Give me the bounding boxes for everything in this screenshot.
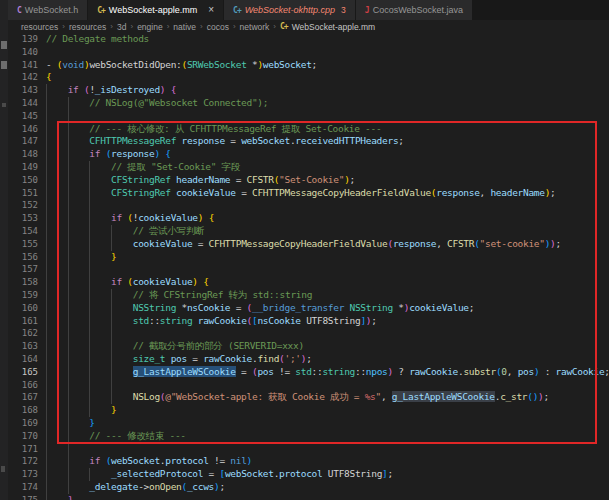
code-line[interactable]: 144 // NSLog(@"Websocket Connected"); [8, 97, 609, 110]
tab-websocket-h[interactable]: CWebSocket.h [8, 0, 88, 20]
indent-guide [46, 468, 47, 481]
code-token: headerName [176, 174, 230, 185]
code-line[interactable]: 147 CFHTTPMessageRef response = webSocke… [8, 135, 609, 148]
code-token: - [46, 59, 57, 70]
indent-guide [89, 468, 90, 481]
code-line[interactable]: 146 // --- 核心修改: 从 CFHTTPMessageRef 提取 S… [8, 123, 609, 136]
indent-guide [111, 340, 112, 353]
code-line-text: _delegate->onOpen(_ccws); [38, 481, 225, 494]
code-token: = [230, 302, 246, 313]
line-number: 144 [8, 97, 38, 110]
code-line[interactable]: 156 } [8, 251, 609, 264]
indent-guide [68, 110, 69, 123]
code-token: // 尝试小写判断 [46, 225, 204, 236]
tab-cocoswebsocket-java[interactable]: JCocosWebSocket.java [356, 0, 473, 20]
indent-guide [89, 289, 90, 302]
code-token: ';' [285, 353, 301, 364]
tab-websocket-okhttp-cpp[interactable]: C+WebSocket-okhttp.cpp3 [224, 0, 356, 20]
code-line[interactable]: 157 [8, 263, 609, 276]
code-line[interactable]: 141- (void)webSocketDidOpen:(SRWebSocket… [8, 59, 609, 72]
indent-guide [68, 327, 69, 340]
code-line[interactable]: 159 // 将 CFStringRef 转为 std::string [8, 289, 609, 302]
code-token [46, 276, 111, 287]
breadcrumb-item[interactable]: resources [21, 22, 58, 32]
breadcrumb-item[interactable]: engine [137, 22, 163, 32]
code-line[interactable]: 150 CFStringRef headerName = CFSTR("Set-… [8, 174, 609, 187]
line-number: 139 [8, 33, 38, 46]
breadcrumb-item[interactable]: cocos [207, 22, 229, 32]
code-token: headerName [490, 187, 544, 198]
code-line[interactable]: 152 [8, 199, 609, 212]
line-number: 173 [8, 468, 38, 481]
code-line[interactable]: 140 [8, 46, 609, 59]
code-line[interactable]: 145 [8, 110, 609, 123]
code-line-text: // --- 核心修改: 从 CFHTTPMessageRef 提取 Set-C… [38, 123, 381, 136]
code-line-text: } [38, 494, 73, 500]
code-line[interactable]: 163 // 截取分号前的部分 (SERVERID=xxx) [8, 340, 609, 353]
code-line[interactable]: 173 _selectedProtocol = [webSocket.proto… [8, 468, 609, 481]
code-line[interactable]: 165 g_LastAppleWSCookie = (pos != std::s… [8, 366, 609, 379]
breadcrumb-item[interactable]: network [240, 22, 270, 32]
code-line[interactable]: 161 std::string rawCookie([nsCookie UTF8… [8, 315, 609, 328]
code-line[interactable]: 172 if (webSocket.protocol != nil) [8, 455, 609, 468]
code-line[interactable]: 171 [8, 443, 609, 456]
code-line-text [38, 110, 46, 123]
code-line[interactable]: 164 size_t pos = rawCookie.find(';'); [8, 353, 609, 366]
code-token: std [295, 366, 311, 377]
tab-close-icon[interactable]: × [208, 5, 214, 15]
code-line[interactable]: 142{ [8, 71, 609, 84]
code-line[interactable]: 162 [8, 327, 609, 340]
code-line[interactable]: 166 [8, 379, 609, 392]
breadcrumb-item[interactable]: resources [69, 22, 106, 32]
indent-guide [46, 148, 47, 161]
tab-websocket-apple-mm[interactable]: C+WebSocket-apple.mm× [88, 0, 224, 20]
breadcrumb-item[interactable]: native [173, 22, 196, 32]
breadcrumb-item[interactable]: 3d [117, 22, 126, 32]
code-line[interactable]: 174 _delegate->onOpen(_ccws); [8, 481, 609, 494]
code-line-text: CFStringRef cookieValue = CFHTTPMessageC… [38, 187, 556, 200]
line-number: 154 [8, 225, 38, 238]
code-line[interactable]: 167 NSLog(@"WebSocket-apple: 获取 Cookie 成… [8, 391, 609, 404]
code-line-text: _selectedProtocol = [webSocket.protocol … [38, 468, 393, 481]
breadcrumb-separator-icon: › [233, 22, 236, 31]
code-token: = [236, 187, 252, 198]
code-line[interactable]: 155 cookieValue = CFHTTPMessageCopyHeade… [8, 238, 609, 251]
code-line[interactable]: 148 if (response) { [8, 148, 609, 161]
code-line[interactable]: 139// Delegate methods [8, 33, 609, 46]
code-line[interactable]: 149 // 提取 "Set-Cookie" 字段 [8, 161, 609, 174]
code-line[interactable]: 160 NSString *nsCookie = (__bridge_trans… [8, 302, 609, 315]
code-line[interactable]: 143 if (!_isDestroyed) { [8, 84, 609, 97]
line-number: 151 [8, 187, 38, 200]
code-editor[interactable]: 139// Delegate methods140141- (void)webS… [8, 33, 609, 500]
code-token: NSString [133, 302, 176, 313]
code-line[interactable]: 169 } [8, 417, 609, 430]
code-token: nsCookie [257, 315, 300, 326]
indent-guide [46, 379, 47, 392]
code-token: _isDestroyed [95, 84, 160, 95]
breadcrumb-separator-icon: › [62, 22, 65, 31]
code-line[interactable]: 151 CFStringRef cookieValue = CFHTTPMess… [8, 187, 609, 200]
code-line[interactable]: 158 if (cookieValue) { [8, 276, 609, 289]
indent-guide [89, 276, 90, 289]
indent-guide [111, 353, 112, 366]
indent-guide [68, 455, 69, 468]
code-token: std [133, 315, 149, 326]
code-token: ; [556, 238, 561, 249]
code-token: pos [257, 366, 273, 377]
code-line-text [38, 46, 46, 59]
code-token: } [111, 404, 116, 415]
code-line[interactable]: 175 } [8, 494, 609, 500]
code-token: { [46, 71, 51, 82]
code-token: { [209, 212, 214, 223]
line-number: 152 [8, 199, 38, 212]
code-token: ; [306, 353, 311, 364]
code-token: receivedHTTPHeaders [295, 135, 398, 146]
code-line-text [38, 379, 46, 392]
code-line[interactable]: 168 } [8, 404, 609, 417]
breadcrumb-file[interactable]: WebSocket-apple.mm [292, 22, 375, 32]
code-token: webSocketDidOpen: [89, 59, 181, 70]
code-line[interactable]: 153 if (!cookieValue) { [8, 212, 609, 225]
indent-guide [46, 199, 47, 212]
code-line[interactable]: 154 // 尝试小写判断 [8, 225, 609, 238]
code-line[interactable]: 170 // --- 修改结束 --- [8, 430, 609, 443]
